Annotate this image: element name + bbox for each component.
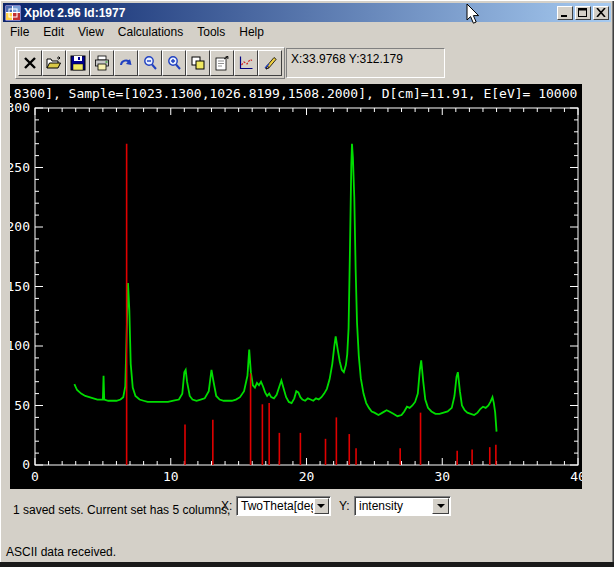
svg-text:10: 10 <box>163 469 179 484</box>
svg-text:250: 250 <box>10 160 30 175</box>
minimize-icon <box>560 8 570 17</box>
magnifier-plus-icon <box>166 55 182 71</box>
chevron-down-icon <box>317 504 325 508</box>
redo-arrow-icon <box>118 55 134 71</box>
cursor-coordinates-display: X:33.9768 Y:312.179 <box>286 48 445 78</box>
x-axis-dropdown-button[interactable] <box>314 498 330 514</box>
y-axis-dropdown-button[interactable] <box>432 498 449 514</box>
svg-text:50: 50 <box>14 398 30 413</box>
x-icon <box>22 55 38 71</box>
x-axis-select[interactable]: TwoTheta[deg] <box>236 496 331 516</box>
properties-button[interactable] <box>210 50 234 76</box>
saved-sets-text: 1 saved sets. Current set has 5 columns, <box>13 503 230 517</box>
menu-file[interactable]: File <box>3 23 36 41</box>
open-folder-icon <box>46 55 62 71</box>
plot-svg: 010203040050100150200250300 <box>10 84 582 489</box>
menu-edit[interactable]: Edit <box>36 23 71 41</box>
pencil-icon <box>262 55 278 71</box>
plot-style-button[interactable] <box>234 50 258 76</box>
app-icon <box>5 5 21 21</box>
svg-text:200: 200 <box>10 219 30 234</box>
floppy-icon <box>70 55 86 71</box>
y-axis-select[interactable]: intensity <box>354 496 451 516</box>
menu-help[interactable]: Help <box>232 23 271 41</box>
window-title: Xplot 2.96 Id:1977 <box>24 7 125 19</box>
overlap-squares-icon <box>190 55 206 71</box>
window-bottom-edge <box>0 562 614 567</box>
close-icon <box>596 8 606 17</box>
x-axis-select-label: X: <box>221 499 232 513</box>
menu-tools[interactable]: Tools <box>190 23 232 41</box>
close-button[interactable] <box>593 6 609 20</box>
y-axis-select-label: Y: <box>339 499 350 513</box>
title-bar[interactable]: Xplot 2.96 Id:1977 <box>3 3 611 22</box>
printer-icon <box>94 55 110 71</box>
open-button[interactable] <box>42 50 66 76</box>
toolbar <box>15 47 285 79</box>
minimize-button[interactable] <box>557 6 573 20</box>
chart-icon <box>238 55 254 71</box>
svg-text:40: 40 <box>570 469 582 484</box>
properties-sheet-icon <box>214 55 230 71</box>
redo-button[interactable] <box>114 50 138 76</box>
duplicate-button[interactable] <box>186 50 210 76</box>
maximize-icon <box>578 8 588 17</box>
svg-text:20: 20 <box>299 469 315 484</box>
print-button[interactable] <box>90 50 114 76</box>
status-message: ASCII data received. <box>6 545 116 559</box>
svg-text:300: 300 <box>10 100 30 115</box>
svg-text:0: 0 <box>31 469 39 484</box>
plot-area[interactable]: .8300], Sample=[1023.1300,1026.8199,1508… <box>10 84 582 489</box>
annotate-button[interactable] <box>258 50 282 76</box>
zoom-in-button[interactable] <box>162 50 186 76</box>
delete-button[interactable] <box>18 50 42 76</box>
menu-calculations[interactable]: Calculations <box>111 23 190 41</box>
app-window: Xplot 2.96 Id:1977 File Edit View Calcul… <box>0 0 614 567</box>
x-axis-selected-value: TwoTheta[deg] <box>237 499 313 513</box>
chevron-down-icon <box>437 504 445 508</box>
magnifier-minus-icon <box>142 55 158 71</box>
svg-text:100: 100 <box>10 338 30 353</box>
menu-view[interactable]: View <box>71 23 111 41</box>
svg-text:30: 30 <box>434 469 450 484</box>
mouse-cursor-icon <box>466 4 480 25</box>
menu-bar: File Edit View Calculations Tools Help <box>3 23 611 41</box>
save-button[interactable] <box>66 50 90 76</box>
maximize-button[interactable] <box>575 6 591 20</box>
zoom-out-button[interactable] <box>138 50 162 76</box>
y-axis-selected-value: intensity <box>355 499 431 513</box>
svg-text:150: 150 <box>10 279 30 294</box>
svg-text:0: 0 <box>22 457 30 472</box>
